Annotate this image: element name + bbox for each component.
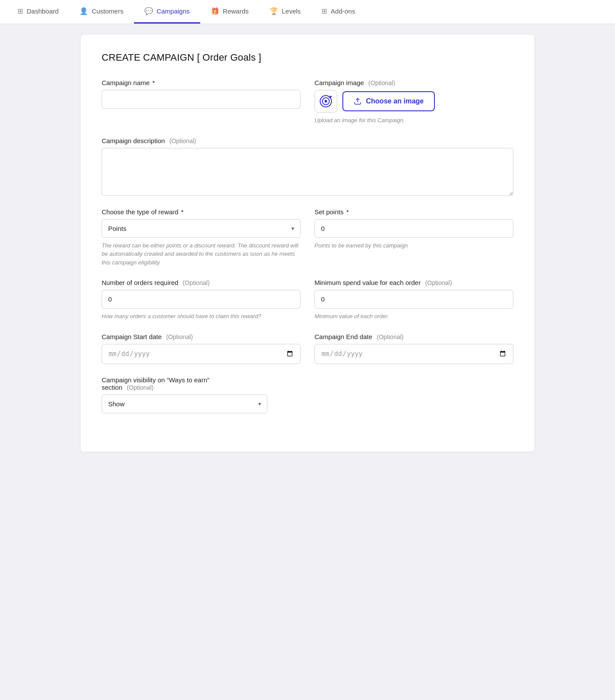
reward-type-select[interactable]: Points Discount [102,219,301,238]
form-row-2: Campaign description (Optional) [102,137,513,196]
campaign-image-icon-box [314,90,337,113]
reward-type-required: * [181,208,184,216]
reward-type-group: Choose the type of reward * Points Disco… [102,208,301,267]
upload-icon [354,97,362,105]
campaign-image-hint: Upload an image for this Campaign. [314,116,513,125]
tab-campaigns[interactable]: 💬 Campaigns [134,0,200,24]
main-content: CREATE CAMPAIGN [ Order Goals ] Campaign… [81,34,534,452]
num-orders-hint: How many orders a customer should have t… [102,312,301,321]
campaign-description-label: Campaign description (Optional) [102,137,513,144]
levels-icon: 🏆 [270,7,278,15]
min-spend-optional: (Optional) [425,279,452,286]
tab-dashboard-label: Dashboard [27,7,58,15]
campaign-image-label: Campaign image (Optional) [314,79,513,86]
image-upload-area: Choose an image [314,90,513,113]
svg-point-2 [325,100,327,103]
end-date-optional: (Optional) [377,333,403,340]
dashboard-icon: ⊞ [17,7,23,15]
tab-levels[interactable]: 🏆 Levels [259,0,311,24]
visibility-select-wrapper: Show Hide ▾ [102,395,267,413]
set-points-input[interactable] [314,219,513,238]
campaign-image-optional: (Optional) [369,79,395,86]
min-spend-hint: Minimum value of each order. [314,312,513,321]
form-row-6: Campaign visibility on “Ways to earn” se… [102,376,513,413]
tab-rewards-label: Rewards [223,7,249,15]
campaign-image-group: Campaign image (Optional) [314,79,513,125]
reward-type-label: Choose the type of reward * [102,208,301,216]
tab-rewards[interactable]: 🎁 Rewards [200,0,259,24]
nav-tabs: ⊞ Dashboard 👤 Customers 💬 Campaigns 🎁 Re… [0,0,615,24]
visibility-optional: (Optional) [127,384,154,391]
num-orders-optional: (Optional) [183,279,209,286]
visibility-select[interactable]: Show Hide [102,395,267,413]
start-date-group: Campaign Start date (Optional) [102,333,301,364]
campaign-name-group: Campaign name * [102,79,301,125]
campaign-name-input[interactable] [102,90,301,109]
tab-levels-label: Levels [282,7,301,15]
start-date-label: Campaign Start date (Optional) [102,333,301,340]
num-orders-label: Number of orders required (Optional) [102,279,301,286]
visibility-group: Campaign visibility on “Ways to earn” se… [102,376,267,413]
min-spend-input[interactable] [314,290,513,309]
page-title-bold: CREATE CAMPAIGN [102,52,194,63]
choose-image-button[interactable]: Choose an image [342,91,435,111]
end-date-input[interactable] [314,344,513,364]
tab-dashboard[interactable]: ⊞ Dashboard [7,0,69,24]
end-date-label: Campaign End date (Optional) [314,333,513,340]
set-points-label: Set points * [314,208,513,216]
visibility-label: Campaign visibility on “Ways to earn” se… [102,376,267,391]
tab-addons-label: Add-ons [331,7,355,15]
campaign-name-required: * [152,79,155,86]
set-points-hint: Points to be earned by this campaign [314,241,513,250]
campaign-name-label: Campaign name * [102,79,301,86]
addons-icon: ⊞ [321,7,327,15]
min-spend-group: Minimum spend value for each order (Opti… [314,279,513,321]
campaign-description-group: Campaign description (Optional) [102,137,513,196]
campaign-description-optional: (Optional) [169,137,196,144]
set-points-required: * [346,208,349,216]
tab-customers-label: Customers [92,7,123,15]
tab-addons[interactable]: ⊞ Add-ons [311,0,366,24]
form-row-5: Campaign Start date (Optional) Campaign … [102,333,513,364]
reward-type-hint: The reward can be either points or a dis… [102,241,301,267]
start-date-input[interactable] [102,344,301,364]
campaign-description-input[interactable] [102,148,513,196]
tab-customers[interactable]: 👤 Customers [69,0,134,24]
form-row-4: Number of orders required (Optional) How… [102,279,513,321]
customers-icon: 👤 [79,7,88,15]
page-title-sub: [ Order Goals ] [197,52,261,63]
target-icon [319,94,333,108]
page-title: CREATE CAMPAIGN [ Order Goals ] [102,52,513,63]
min-spend-label: Minimum spend value for each order (Opti… [314,279,513,286]
num-orders-group: Number of orders required (Optional) How… [102,279,301,321]
end-date-group: Campaign End date (Optional) [314,333,513,364]
tab-campaigns-label: Campaigns [157,7,190,15]
num-orders-input[interactable] [102,290,301,309]
form-row-1: Campaign name * Campaign image (Optional… [102,79,513,125]
reward-type-select-wrapper: Points Discount ▾ [102,219,301,238]
set-points-group: Set points * Points to be earned by this… [314,208,513,267]
start-date-optional: (Optional) [166,333,193,340]
form-row-3: Choose the type of reward * Points Disco… [102,208,513,267]
rewards-icon: 🎁 [211,7,219,15]
campaigns-icon: 💬 [144,7,153,15]
